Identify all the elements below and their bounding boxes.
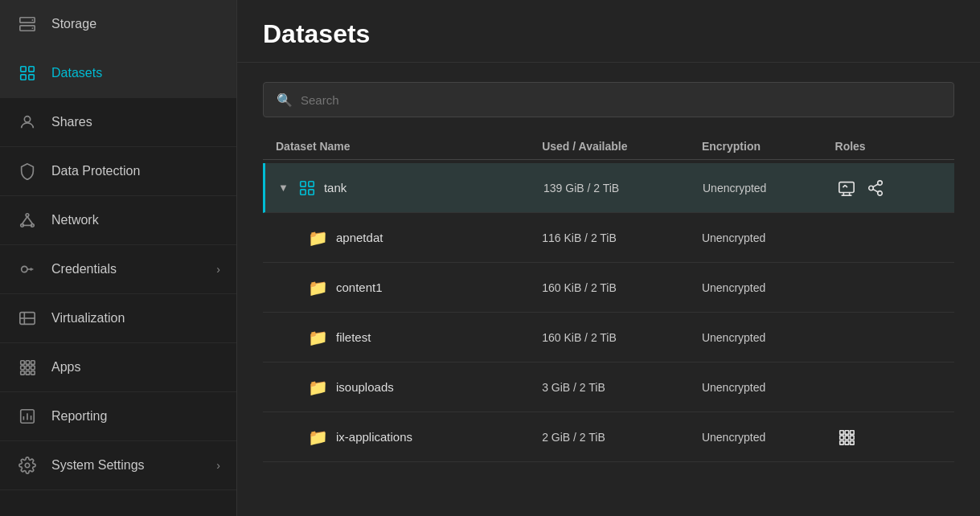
page-title: Datasets <box>263 19 954 49</box>
svg-point-2 <box>32 19 34 21</box>
svg-line-40 <box>845 185 847 187</box>
search-input[interactable] <box>301 93 941 107</box>
sidebar-label-data-protection: Data Protection <box>51 164 220 178</box>
sidebar-item-storage[interactable]: Storage <box>0 0 236 49</box>
svg-rect-5 <box>29 67 34 72</box>
svg-rect-23 <box>26 366 30 370</box>
svg-rect-26 <box>26 371 30 375</box>
sidebar-label-credentials: Credentials <box>51 262 203 276</box>
svg-rect-21 <box>31 361 35 365</box>
row-used-filetest: 160 KiB / 2 TiB <box>542 331 702 344</box>
col-header-used: Used / Available <box>542 140 702 153</box>
table-row[interactable]: ▼ tank 139 GiB / 2 TiB Unencrypted <box>263 163 954 213</box>
sidebar-label-storage: Storage <box>51 17 220 31</box>
svg-point-43 <box>878 190 883 195</box>
folder-icon-content1: 📁 <box>308 278 328 297</box>
folder-icon-apnetdat: 📁 <box>308 228 328 248</box>
svg-rect-54 <box>850 440 854 444</box>
sidebar-item-credentials[interactable]: Credentials › <box>0 245 236 294</box>
row-label-content1: content1 <box>336 281 383 294</box>
table-row[interactable]: 📁 isouploads 3 GiB / 2 TiB Unencrypted <box>263 362 954 412</box>
svg-rect-6 <box>21 75 26 80</box>
svg-rect-49 <box>839 436 843 440</box>
row-roles-tank <box>835 177 941 199</box>
sidebar-item-reporting[interactable]: Reporting <box>0 392 236 441</box>
sidebar-item-apps[interactable]: Apps <box>0 343 236 392</box>
row-label-isouploads: isouploads <box>336 380 394 394</box>
svg-rect-52 <box>839 440 843 444</box>
folder-icon-ix-applications: 📁 <box>308 428 328 447</box>
network-icon <box>16 209 39 231</box>
row-encryption-apnetdat: Unencrypted <box>702 231 835 244</box>
svg-line-39 <box>843 185 845 187</box>
svg-rect-20 <box>26 361 30 365</box>
row-used-isouploads: 3 GiB / 2 TiB <box>542 381 702 394</box>
system-settings-icon <box>16 454 39 477</box>
row-used-ix-applications: 2 GiB / 2 TiB <box>542 431 702 444</box>
folder-icon-isouploads: 📁 <box>308 378 328 397</box>
vm-role-icon <box>835 177 858 199</box>
expand-chevron-tank[interactable]: ▼ <box>278 182 289 194</box>
table-header: Dataset Name Used / Available Encryption… <box>263 133 954 160</box>
svg-point-32 <box>25 463 30 468</box>
row-label-ix-applications: ix-applications <box>336 430 412 444</box>
svg-rect-53 <box>845 440 849 444</box>
sidebar-label-shares: Shares <box>51 115 220 129</box>
col-header-encryption: Encryption <box>702 140 835 153</box>
sidebar-item-system-settings[interactable]: System Settings › <box>0 441 236 490</box>
row-encryption-content1: Unencrypted <box>702 281 835 294</box>
row-name-filetest: 📁 filetest <box>276 328 542 347</box>
row-name-isouploads: 📁 isouploads <box>276 378 542 397</box>
main-content: Datasets 🔍 Dataset Name Used / Available… <box>237 0 980 516</box>
svg-point-15 <box>22 266 27 272</box>
page-header: Datasets <box>237 0 980 63</box>
table-row[interactable]: 📁 apnetdat 116 KiB / 2 TiB Unencrypted <box>263 213 954 263</box>
table-row[interactable]: 📁 content1 160 KiB / 2 TiB Unencrypted <box>263 263 954 313</box>
row-name-content1: 📁 content1 <box>276 278 542 297</box>
svg-line-13 <box>27 216 32 223</box>
sidebar-label-datasets: Datasets <box>51 66 220 80</box>
table-row[interactable]: 📁 filetest 160 KiB / 2 TiB Unencrypted <box>263 313 954 362</box>
row-encryption-isouploads: Unencrypted <box>702 381 835 394</box>
col-header-roles: Roles <box>835 140 941 153</box>
row-used-tank: 139 GiB / 2 TiB <box>543 182 703 195</box>
sidebar-item-shares[interactable]: Shares <box>0 98 236 147</box>
svg-rect-50 <box>845 436 849 440</box>
virtualization-icon <box>16 307 39 330</box>
credentials-icon <box>16 258 39 281</box>
svg-line-44 <box>873 189 878 192</box>
svg-line-45 <box>873 183 878 186</box>
row-encryption-filetest: Unencrypted <box>702 331 835 344</box>
system-settings-chevron: › <box>216 459 220 472</box>
row-encryption-tank: Unencrypted <box>703 182 835 195</box>
row-roles-ix-applications <box>835 426 941 448</box>
search-icon: 🔍 <box>277 92 293 108</box>
svg-point-3 <box>32 27 34 29</box>
folder-icon-filetest: 📁 <box>308 328 328 347</box>
sidebar-item-network[interactable]: Network <box>0 196 236 245</box>
svg-line-12 <box>23 216 27 223</box>
row-label-filetest: filetest <box>336 330 371 344</box>
storage-icon <box>16 13 39 35</box>
row-name-tank: ▼ tank <box>278 179 543 197</box>
svg-rect-36 <box>309 189 314 194</box>
sidebar-item-datasets[interactable]: Datasets <box>0 49 236 98</box>
sidebar-item-virtualization[interactable]: Virtualization <box>0 294 236 343</box>
sidebar-label-virtualization: Virtualization <box>51 311 220 326</box>
row-used-content1: 160 KiB / 2 TiB <box>542 281 702 294</box>
datasets-icon <box>16 62 39 84</box>
svg-rect-7 <box>29 75 34 80</box>
search-bar[interactable]: 🔍 <box>263 82 954 117</box>
row-label-tank: tank <box>324 181 346 195</box>
share-role-icon <box>864 177 887 199</box>
reporting-icon <box>16 405 39 428</box>
svg-rect-46 <box>839 430 843 434</box>
sidebar-item-data-protection[interactable]: Data Protection <box>0 147 236 196</box>
svg-point-41 <box>878 180 883 185</box>
apps-role-icon <box>835 426 858 448</box>
svg-point-9 <box>26 214 29 217</box>
col-header-name: Dataset Name <box>276 140 542 153</box>
svg-rect-33 <box>301 181 305 186</box>
sidebar-label-reporting: Reporting <box>51 409 220 424</box>
table-row[interactable]: 📁 ix-applications 2 GiB / 2 TiB Unencryp… <box>263 412 954 462</box>
